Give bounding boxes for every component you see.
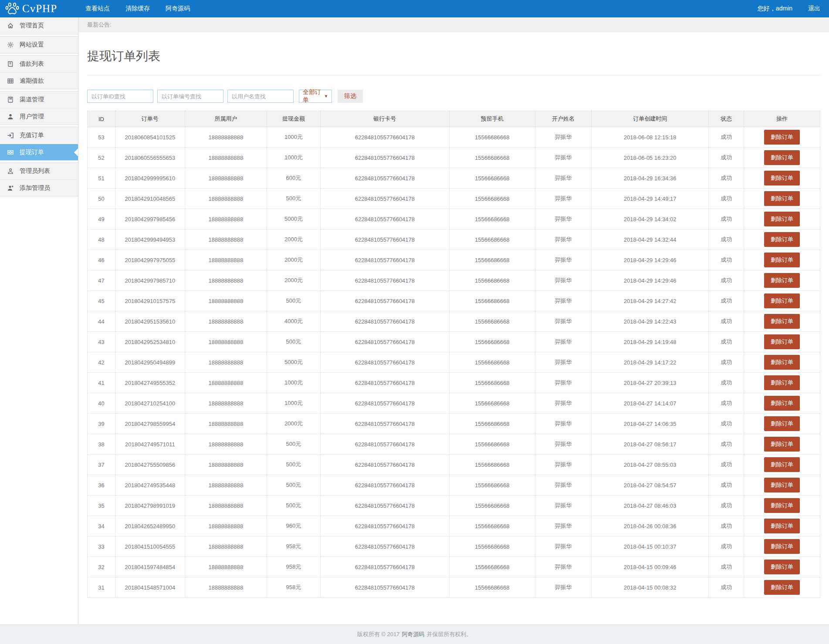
- order-status-select[interactable]: 全部订单 ▼: [299, 90, 332, 103]
- delete-order-button[interactable]: 删除订单: [764, 416, 800, 431]
- delete-order-button[interactable]: 删除订单: [764, 253, 800, 267]
- table-row: 43201804295253481018888888888500元6228481…: [88, 332, 820, 352]
- cell-amount: 1000元: [267, 393, 321, 414]
- cell-amount: 500元: [267, 475, 321, 496]
- sidebar-item[interactable]: 添加管理员: [0, 179, 78, 196]
- cell-id: 44: [88, 311, 115, 332]
- sidebar-item[interactable]: 网站设置: [0, 37, 78, 53]
- column-header: 状态: [709, 111, 744, 127]
- cell-account-name: 羿振华: [535, 189, 592, 209]
- logout-link[interactable]: 退出: [808, 5, 820, 13]
- delete-order-button[interactable]: 删除订单: [764, 232, 800, 247]
- cell-status: 成功: [709, 127, 744, 148]
- cell-account-name: 羿振华: [535, 393, 592, 414]
- cell-amount: 1000元: [267, 127, 321, 148]
- sidebar-item[interactable]: 充值订单: [0, 127, 78, 144]
- cell-account-name: 羿振华: [535, 352, 592, 373]
- sidebar-item[interactable]: 管理首页: [0, 17, 78, 34]
- cell-action: 删除订单: [744, 209, 820, 229]
- delete-order-button[interactable]: 删除订单: [764, 375, 800, 390]
- sidebar-item[interactable]: 管理员列表: [0, 163, 78, 179]
- cell-account-name: 羿振华: [535, 148, 592, 168]
- delete-order-button[interactable]: 删除订单: [764, 457, 800, 472]
- cell-id: 36: [88, 475, 115, 496]
- cell-amount: 2000元: [267, 229, 321, 250]
- cell-order-no: 2018042749555352: [115, 373, 185, 393]
- top-nav-link[interactable]: 清除缓存: [125, 5, 150, 13]
- order-number-search-input[interactable]: [157, 90, 223, 103]
- cell-phone: 15566686668: [449, 373, 535, 393]
- announcement-label: 最新公告:: [87, 21, 112, 29]
- delete-order-button[interactable]: 删除订单: [764, 396, 800, 411]
- cell-phone: 15566686668: [449, 291, 535, 311]
- cell-created-at: 2018-04-29 14:29:46: [592, 270, 709, 291]
- cell-id: 50: [88, 189, 115, 209]
- order-id-search-input[interactable]: [87, 90, 153, 103]
- cell-bank-card: 6228481055776604178: [320, 557, 449, 577]
- delete-order-button[interactable]: 删除订单: [764, 191, 800, 206]
- cell-bank-card: 6228481055776604178: [320, 229, 449, 250]
- footer-brand-link[interactable]: 阿奇源码: [402, 631, 424, 638]
- sidebar-item[interactable]: 提现订单: [0, 144, 78, 160]
- delete-order-button[interactable]: 删除订单: [764, 273, 800, 288]
- sidebar-item-label: 借款列表: [20, 60, 44, 68]
- cell-phone: 15566686668: [449, 434, 535, 455]
- delete-order-button[interactable]: 删除订单: [764, 498, 800, 513]
- top-nav-link[interactable]: 阿奇源码: [166, 5, 190, 13]
- delete-order-button[interactable]: 删除订单: [764, 539, 800, 554]
- column-header: 所属用户: [185, 111, 267, 127]
- cell-id: 46: [88, 250, 115, 270]
- cell-user: 18888888888: [185, 352, 267, 373]
- delete-order-button[interactable]: 删除订单: [764, 293, 800, 308]
- cell-action: 删除订单: [744, 536, 820, 557]
- delete-order-button[interactable]: 删除订单: [764, 150, 800, 165]
- cell-id: 39: [88, 414, 115, 434]
- cell-account-name: 羿振华: [535, 332, 592, 352]
- cell-id: 42: [88, 352, 115, 373]
- cell-amount: 958元: [267, 577, 321, 598]
- sidebar-item-label: 渠道管理: [20, 96, 44, 104]
- cell-action: 删除订单: [744, 127, 820, 148]
- sidebar-item[interactable]: 逾期借款: [0, 72, 78, 89]
- table-row: 392018042798559954188888888882000元622848…: [88, 414, 820, 434]
- cell-amount: 958元: [267, 536, 321, 557]
- logo-text: CvPHP: [22, 3, 57, 15]
- delete-order-button[interactable]: 删除订单: [764, 519, 800, 533]
- cell-bank-card: 6228481055776604178: [320, 393, 449, 414]
- delete-order-button[interactable]: 删除订单: [764, 334, 800, 349]
- delete-order-button[interactable]: 删除订单: [764, 355, 800, 370]
- cell-order-no: 2018042950494899: [115, 352, 185, 373]
- table-row: 482018042999494953188888888882000元622848…: [88, 229, 820, 250]
- cell-bank-card: 6228481055776604178: [320, 250, 449, 270]
- user-list-icon: [7, 168, 14, 175]
- delete-order-button[interactable]: 删除订单: [764, 130, 800, 145]
- filter-button[interactable]: 筛选: [338, 90, 363, 103]
- table-icon: [7, 78, 14, 84]
- cell-account-name: 羿振华: [535, 475, 592, 496]
- delete-order-button[interactable]: 删除订单: [764, 437, 800, 452]
- money-icon: [7, 149, 14, 156]
- sidebar-group: 借款列表逾期借款: [0, 55, 78, 89]
- cell-bank-card: 6228481055776604178: [320, 168, 449, 189]
- delete-order-button[interactable]: 删除订单: [764, 171, 800, 185]
- top-nav-link[interactable]: 查看站点: [85, 5, 110, 13]
- sidebar-item[interactable]: 渠道管理: [0, 91, 78, 108]
- cell-status: 成功: [709, 496, 744, 516]
- delete-order-button[interactable]: 删除订单: [764, 478, 800, 492]
- cell-order-no: 2018042798991019: [115, 496, 185, 516]
- cell-bank-card: 6228481055776604178: [320, 496, 449, 516]
- delete-order-button[interactable]: 删除订单: [764, 560, 800, 574]
- delete-order-button[interactable]: 删除订单: [764, 314, 800, 329]
- cell-status: 成功: [709, 434, 744, 455]
- delete-order-button[interactable]: 删除订单: [764, 212, 800, 226]
- delete-order-button[interactable]: 删除订单: [764, 580, 800, 595]
- cell-order-no: 2018042910048565: [115, 189, 185, 209]
- cell-action: 删除订单: [744, 229, 820, 250]
- cell-action: 删除订单: [744, 393, 820, 414]
- cell-user: 18888888888: [185, 373, 267, 393]
- username-search-input[interactable]: [227, 90, 294, 103]
- book-icon: [7, 61, 14, 67]
- sidebar-item[interactable]: 借款列表: [0, 56, 78, 72]
- cell-created-at: 2018-04-29 16:34:36: [592, 168, 709, 189]
- sidebar-item[interactable]: 用户管理: [0, 108, 78, 125]
